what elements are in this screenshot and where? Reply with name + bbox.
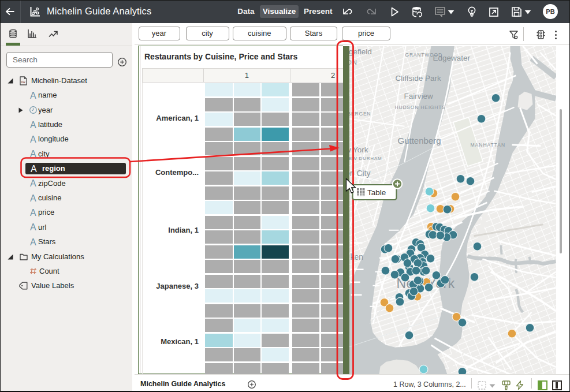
- svg-text:Table: Table: [367, 188, 386, 197]
